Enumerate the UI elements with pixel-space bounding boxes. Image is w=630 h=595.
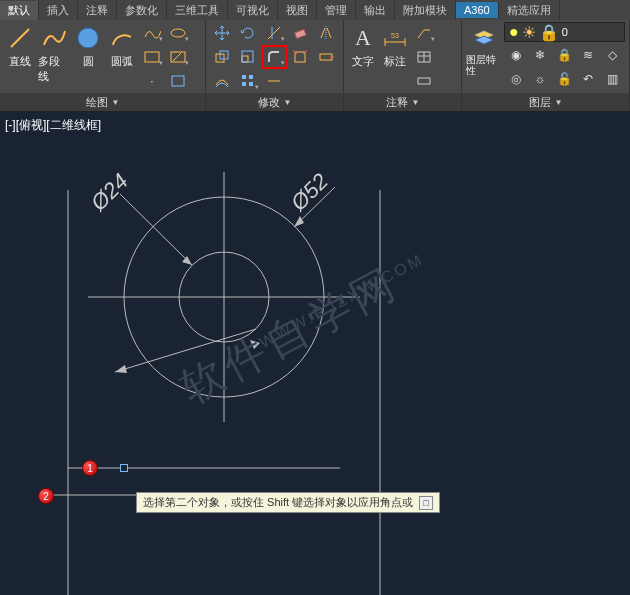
fillet-icon[interactable]: ▾ [262,46,286,68]
svg-rect-21 [242,82,246,86]
layer-on-icon[interactable]: ◎ [504,68,528,90]
svg-rect-9 [295,29,306,38]
layer-thaw-icon[interactable]: ☼ [528,68,552,90]
panel-layers-title[interactable]: 图层▼ [462,93,629,111]
text-label: 文字 [352,54,374,69]
tab-manage[interactable]: 管理 [317,1,356,20]
tolerance-icon[interactable] [412,70,436,92]
tab-visualize[interactable]: 可视化 [228,1,278,20]
svg-rect-22 [249,82,253,86]
scale-icon[interactable] [236,46,260,68]
svg-line-16 [293,50,297,54]
grip-handle[interactable] [120,464,128,472]
panel-annotation: A 文字 53 标注 ▾ 注释▼ [344,20,462,111]
spline-icon[interactable]: ▾ [140,22,164,44]
circle-button[interactable]: 圆 [72,22,104,69]
tab-annotate[interactable]: 注释 [78,1,117,20]
layer-lock-tool-icon[interactable]: 🔒 [552,44,576,66]
drawing-canvas[interactable]: Ø24 Ø52 软件自学网 WWW.RJZXW.COM 1 2 选择第二个对象，… [0,112,630,595]
expand-draw-icon: ▼ [112,98,120,107]
svg-rect-18 [320,54,332,60]
svg-rect-31 [418,78,430,84]
layer-walk-icon[interactable]: ▥ [600,68,624,90]
point-icon[interactable]: · [140,70,164,92]
layer-prev-icon[interactable]: ↶ [576,68,600,90]
lengthen-icon[interactable] [262,70,286,92]
layer-match-icon[interactable]: ≋ [576,44,600,66]
panel-modify-title-text: 修改 [258,95,280,110]
tab-addins[interactable]: 附加模块 [395,1,456,20]
layer-properties-button[interactable]: 图层特性 [466,22,502,76]
hatch-icon[interactable]: ▾ [166,46,190,68]
ribbon: 直线 多段线 圆 圆弧 ▾ ▾ ▾ ▾ · 绘图▼ [0,20,630,112]
tab-parametric[interactable]: 参数化 [117,1,167,20]
arc-label: 圆弧 [111,54,133,69]
tab-a360[interactable]: A360 [456,2,499,18]
svg-point-2 [171,29,185,37]
svg-line-42 [115,329,256,372]
line-label: 直线 [9,54,31,69]
rectangle-icon[interactable]: ▾ [140,46,164,68]
tab-3dtools[interactable]: 三维工具 [167,1,228,20]
svg-rect-19 [242,75,246,79]
svg-rect-3 [145,52,159,62]
region-icon[interactable] [166,70,190,92]
panel-draw: 直线 多段线 圆 圆弧 ▾ ▾ ▾ ▾ · 绘图▼ [0,20,206,111]
layer-properties-label: 图层特性 [466,54,502,76]
dimension-label: 标注 [384,54,406,69]
offset-icon[interactable] [210,70,234,92]
panel-draw-title[interactable]: 绘图▼ [0,93,205,111]
svg-line-7 [268,27,280,39]
viewport-label[interactable]: [-][俯视][二维线框] [5,117,101,134]
ellipse-icon[interactable]: ▾ [166,22,190,44]
layer-off-icon[interactable]: ◉ [504,44,528,66]
svg-line-17 [303,50,307,54]
layer-unlock-icon[interactable]: 🔓 [552,68,576,90]
panel-layers-title-text: 图层 [529,95,551,110]
explode-icon[interactable] [288,46,312,68]
stretch-icon[interactable] [314,46,338,68]
svg-marker-43 [115,365,127,373]
panel-modify-title[interactable]: 修改▼ [206,93,343,111]
mirror-icon[interactable] [314,22,338,44]
tab-output[interactable]: 输出 [356,1,395,20]
expand-modify-icon: ▼ [284,98,292,107]
dimension-button[interactable]: 53 标注 [380,22,410,69]
arc-button[interactable]: 圆弧 [106,22,138,69]
move-icon[interactable] [210,22,234,44]
svg-rect-11 [216,54,224,62]
dim-d24: Ø24 [85,168,133,216]
polyline-button[interactable]: 多段线 [38,22,70,84]
panel-draw-title-text: 绘图 [86,95,108,110]
rotate-icon[interactable] [236,22,260,44]
circle-label: 圆 [83,54,94,69]
marker-2: 2 [38,488,54,504]
leader-icon[interactable]: ▾ [412,22,436,44]
erase-icon[interactable] [288,22,312,44]
svg-rect-15 [295,52,305,62]
polyline-label: 多段线 [38,54,70,84]
text-button[interactable]: A 文字 [348,22,378,69]
line-button[interactable]: 直线 [4,22,36,69]
svg-rect-6 [172,76,184,86]
sun-icon: ☀ [522,23,536,42]
tab-view[interactable]: 视图 [278,1,317,20]
layer-freeze-icon[interactable]: ❄ [528,44,552,66]
layer-dropdown[interactable]: ● ☀ 🔒 0 [504,22,625,42]
copy-icon[interactable] [210,46,234,68]
table-icon[interactable] [412,46,436,68]
svg-rect-4 [171,52,185,62]
lightbulb-icon: ● [509,23,519,41]
tab-featured[interactable]: 精选应用 [499,1,560,20]
tab-default[interactable]: 默认 [0,1,39,20]
lock-icon: 🔒 [539,23,559,42]
layer-iso-icon[interactable]: ◇ [600,44,624,66]
panel-layers: 图层特性 ● ☀ 🔒 0 ◉ ❄ 🔒 ≋ ◇ ◎ ☼ 🔓 [462,20,630,111]
svg-line-0 [11,29,29,47]
array-icon[interactable]: ▾ [236,70,260,92]
svg-line-5 [173,53,181,61]
trim-icon[interactable]: ▾ [262,22,286,44]
svg-rect-14 [242,51,253,62]
panel-annotation-title[interactable]: 注释▼ [344,93,461,111]
tab-insert[interactable]: 插入 [39,1,78,20]
